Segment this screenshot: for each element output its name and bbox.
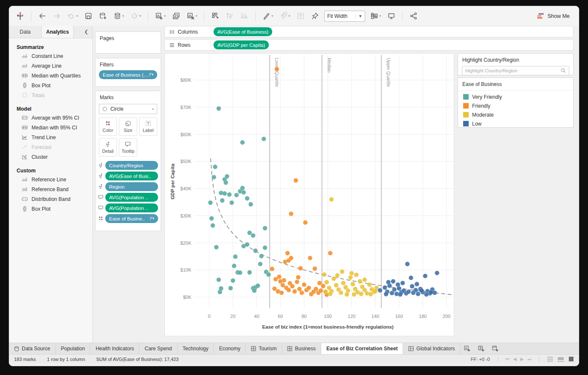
last-icon[interactable]: ⏭ (527, 357, 531, 362)
previous-icon[interactable]: ◀ (513, 357, 517, 362)
scatter-point[interactable] (328, 251, 333, 255)
scatter-point[interactable] (227, 192, 232, 197)
tab-global-indicators[interactable]: Global Indicators (403, 343, 460, 354)
scatter-point[interactable] (331, 276, 336, 281)
mark-type-select[interactable]: Circle ▾ (99, 104, 157, 114)
scatter-point[interactable] (232, 263, 236, 268)
scatter-point[interactable] (253, 249, 258, 253)
tab-business[interactable]: Business (282, 343, 321, 354)
legend-item-moderate[interactable]: Moderate (458, 110, 573, 119)
scatter-point[interactable] (410, 284, 415, 289)
scatter-point[interactable] (294, 178, 298, 183)
scatter-point[interactable] (238, 270, 242, 275)
scatter-point[interactable] (406, 289, 411, 294)
pause-updates-button[interactable]: ▾ (112, 11, 125, 21)
show-tabs-icon[interactable] (568, 356, 574, 362)
scatter-point[interactable] (308, 256, 312, 260)
analytics-item-distribution-band[interactable]: Distribution Band (9, 194, 92, 204)
scatter-point[interactable] (387, 283, 392, 288)
scatter-point[interactable] (245, 242, 250, 247)
scatter-point[interactable] (339, 290, 343, 295)
scatter-point[interactable] (322, 272, 327, 277)
search-icon[interactable] (561, 68, 566, 73)
scatter-point[interactable] (383, 285, 387, 290)
group-members-button[interactable]: ▾ (278, 11, 291, 21)
tab-tourism[interactable]: Tourism (246, 343, 282, 354)
scatter-point[interactable] (228, 286, 233, 291)
analytics-item-cluster[interactable]: Cluster (9, 152, 92, 162)
scatter-point[interactable] (409, 275, 413, 280)
scatter-point[interactable] (241, 190, 246, 195)
next-icon[interactable]: ▶ (520, 357, 524, 362)
scatter-point[interactable] (368, 292, 373, 297)
scatter-point[interactable] (251, 233, 256, 238)
analytics-item-reference-line[interactable]: Reference Line (9, 175, 92, 184)
tooltip-button[interactable]: Tooltip (119, 138, 137, 157)
scatter-point[interactable] (373, 289, 378, 294)
scatter-point[interactable] (270, 266, 274, 271)
scatter-point[interactable] (213, 165, 218, 169)
run-updates-button[interactable]: ▾ (129, 11, 142, 21)
marks-pill-avg-population-2[interactable]: AVG(Population .. (105, 203, 158, 212)
columns-shelf[interactable]: Columns AVG(Ease of Business) (164, 26, 574, 37)
marks-pill-region[interactable]: Region (105, 182, 158, 191)
scatter-point[interactable] (209, 216, 214, 221)
scatter-point[interactable] (424, 292, 429, 297)
scatter-point[interactable] (401, 281, 405, 286)
first-icon[interactable]: ⏮ (506, 357, 510, 362)
tab-population[interactable]: Population (56, 343, 91, 354)
highlight-search-input[interactable] (465, 68, 561, 73)
filter-pill[interactable]: Ease of Business (cl.. (99, 70, 157, 79)
scatter-point[interactable] (384, 292, 389, 297)
tab-data-source[interactable]: Data Source (9, 343, 56, 354)
scatter-point[interactable] (378, 288, 383, 293)
scatter-point[interactable] (391, 279, 395, 284)
scatter-point[interactable] (208, 200, 213, 205)
scatter-point[interactable] (289, 212, 294, 216)
analytics-item-box-plot-custom[interactable]: Box Plot (9, 204, 92, 214)
scatter-point[interactable] (247, 270, 252, 275)
tab-analytics[interactable]: Analytics (41, 26, 74, 38)
scatter-point[interactable] (318, 288, 323, 293)
scatter-point[interactable] (262, 137, 266, 141)
scatter-point[interactable] (292, 289, 297, 294)
scatter-point[interactable] (256, 283, 260, 288)
back-button[interactable] (37, 11, 48, 21)
text-label-button[interactable] (295, 11, 306, 21)
show-filmstrip-icon[interactable] (557, 356, 564, 362)
collapse-pane-icon[interactable]: ❮ (80, 26, 92, 38)
swap-rows-columns-button[interactable] (210, 11, 221, 21)
rows-shelf[interactable]: Rows AVG(GDP per Capita) (164, 39, 574, 51)
scatter-point[interactable] (334, 283, 339, 288)
scatter-point[interactable] (423, 274, 428, 278)
new-datasource-button[interactable] (98, 11, 108, 21)
scatter-point[interactable] (285, 251, 290, 255)
scatter-point[interactable] (351, 282, 355, 286)
rows-pill-avg-gdp-per-capita[interactable]: AVG(GDP per Capita) (213, 40, 269, 49)
scatter-point[interactable] (258, 262, 262, 266)
legend-item-friendly[interactable]: Friendly (458, 101, 573, 110)
scatter-point[interactable] (263, 246, 268, 250)
scatter-point[interactable] (240, 140, 245, 145)
scatter-point[interactable] (321, 284, 326, 289)
scatter-point[interactable] (230, 200, 234, 205)
scatter-point[interactable] (323, 289, 328, 294)
new-dashboard-tab-button[interactable] (474, 343, 488, 354)
scatter-point[interactable] (233, 255, 238, 259)
scatter-point[interactable] (216, 278, 221, 282)
scatter-point[interactable] (274, 67, 279, 72)
marks-pill-ease-of-business-color[interactable]: Ease of Busine.. (105, 214, 158, 223)
columns-pill-avg-ease-of-business[interactable]: AVG(Ease of Business) (213, 27, 272, 36)
tab-data[interactable]: Data (9, 26, 41, 38)
scatter-point[interactable] (329, 197, 334, 202)
legend-item-very-friendly[interactable]: Very Friendly (458, 92, 573, 101)
label-button[interactable]: Label (139, 117, 157, 136)
scatter-point[interactable] (359, 292, 363, 296)
new-story-tab-button[interactable] (488, 343, 502, 354)
sort-ascending-button[interactable] (225, 11, 235, 21)
presentation-mode-button[interactable] (386, 11, 397, 21)
color-button[interactable]: Color (99, 117, 117, 136)
analytics-item-median-quartiles[interactable]: Median with Quartiles (9, 71, 92, 80)
scatter-point[interactable] (324, 280, 329, 285)
scatter-point[interactable] (234, 193, 239, 198)
